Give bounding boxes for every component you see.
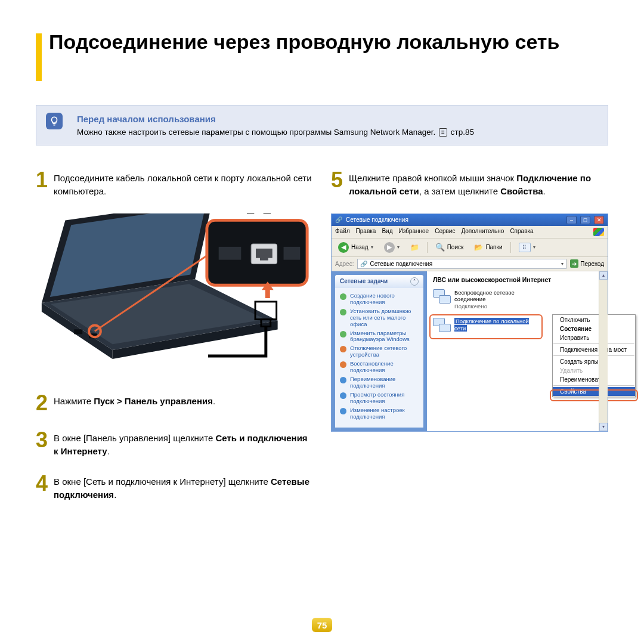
scroll-down-button[interactable]: ▾ [599,423,608,431]
minimize-button[interactable]: – [566,216,577,224]
wifi-label: Беспроводное сетевое соединение [454,289,537,303]
step-text: Щелкните правой кнопкой мыши значок Подк… [349,169,608,198]
side-task-item[interactable]: Отключение сетевого устройства [340,344,419,360]
task-label: Создание нового подключения [350,293,419,306]
window-title: Сетевые подключения [346,216,408,223]
side-task-item[interactable]: Создание нового подключения [340,292,419,307]
menu-tools[interactable]: Сервис [435,228,455,236]
side-task-item[interactable]: Установить домашнюю сеть или сеть малого… [340,307,419,329]
lightbulb-icon [46,113,63,129]
task-label: Отключение сетевого устройства [350,345,419,358]
side-task-item[interactable]: Восстановление подключения [340,360,419,375]
side-task-item[interactable]: Изменить параметры брандмауэра Windows [340,329,419,345]
title-accent [36,33,42,81]
forward-button[interactable]: ▶ ▾ [381,241,402,254]
step-1: 1 Подсоедините кабель локальной сети к п… [36,169,313,198]
task-label: Просмотр состояния подключения [350,392,419,405]
task-icon [340,392,346,399]
windows-logo-icon [593,228,604,236]
tip-body: Можно также настроить сетевые параметры … [77,128,596,137]
menu-file[interactable]: Файл [335,228,350,236]
step-text: Нажмите Пуск > Панель управления. [54,392,215,414]
ctx-bridge[interactable]: Подключения типа мост [553,345,635,354]
tip-box: Перед началом использования Можно также … [36,105,608,145]
task-icon [340,377,346,383]
step-4: 4 В окне [Сеть и подключения к Интернету… [36,473,313,501]
scrollbar[interactable]: ▴ ▾ [599,271,608,431]
side-panel-header[interactable]: Сетевые задачи ˄ [335,275,423,288]
category-header: ЛВС или высокоскоростной Интернет [433,276,602,284]
go-button[interactable]: ➔ Переход [570,259,604,268]
folder-up-icon: 📁 [410,243,419,252]
tip-title: Перед началом использования [77,114,596,124]
dropdown-icon[interactable]: ▾ [397,244,400,250]
connection-icon [433,289,451,305]
step-number: 5 [331,169,343,198]
menu-favorites[interactable]: Избранное [398,228,429,236]
folders-icon: 📂 [474,243,483,252]
page-number: 75 [312,618,332,632]
back-button[interactable]: ◀ Назад ▾ [335,241,376,254]
step-number: 2 [36,392,48,414]
window-titlebar[interactable]: 🔗 Сетевые подключения – □ ✕ [332,214,608,226]
wifi-status: Подключено [454,303,537,309]
collapse-icon[interactable]: ˄ [410,277,419,286]
address-label: Адрес: [335,261,354,267]
side-task-item[interactable]: Изменение настроек подключения [340,406,419,422]
tip-page-ref: стр.85 [451,128,474,137]
scroll-up-button[interactable]: ▴ [599,271,608,280]
screenshot-network-connections: 🔗 Сетевые подключения – □ ✕ Файл Правка … [331,213,608,432]
menubar[interactable]: Файл Правка Вид Избранное Сервис Дополни… [332,226,608,239]
side-task-item[interactable]: Просмотр состояния подключения [340,391,419,406]
menu-help[interactable]: Справка [510,228,533,236]
address-bar: Адрес: 🔗 Сетевые подключения ▾ ➔ Переход [332,257,608,271]
folders-button[interactable]: 📂 Папки [471,242,505,253]
search-button[interactable]: 🔍 Поиск [432,242,467,253]
step-2: 2 Нажмите Пуск > Панель управления. [36,392,313,414]
svg-rect-14 [284,247,301,260]
ctx-shortcut[interactable]: Создать ярлык [553,357,635,366]
ctx-disable[interactable]: Отключить [553,315,635,324]
step-3: 3 В окне [Панель управления] щелкните Се… [36,429,313,458]
menu-view[interactable]: Вид [382,228,392,236]
dropdown-icon[interactable]: ▾ [371,244,373,250]
step-number: 1 [36,169,48,198]
task-label: Переименование подключения [350,376,419,389]
view-button[interactable]: ⠿▾ [516,242,538,253]
svg-rect-13 [260,256,268,261]
window-icon: 🔗 [335,216,342,223]
menu-edit[interactable]: Правка [356,228,376,236]
go-icon: ➔ [570,259,578,268]
task-icon [340,309,346,315]
dropdown-icon[interactable]: ▾ [561,261,564,267]
menu-advanced[interactable]: Дополнительно [461,228,504,236]
close-button[interactable]: ✕ [594,216,604,224]
task-label: Восстановление подключения [350,361,419,374]
task-label: Изменение настроек подключения [350,407,419,420]
step-text: Подсоедините кабель локальной сети к пор… [54,169,313,198]
main-pane[interactable]: ЛВС или высокоскоростной Интернет Беспро… [427,271,608,431]
step-number: 3 [36,429,48,458]
task-label: Изменить параметры брандмауэра Windows [350,330,419,343]
ctx-status[interactable]: Состояние [553,324,635,333]
ctx-delete[interactable]: Удалить [553,366,635,375]
task-icon [340,408,346,414]
svg-rect-10 [219,247,242,260]
step-text: В окне [Сеть и подключения к Интернету] … [54,473,313,501]
page-ref-icon: ≡ [439,128,447,137]
wifi-connection[interactable]: Беспроводное сетевое соединение Подключе… [433,289,537,309]
address-input[interactable]: 🔗 Сетевые подключения ▾ [357,259,566,269]
view-icon: ⠿ [519,243,531,252]
ctx-rename[interactable]: Переименовать [553,375,635,384]
ctx-repair[interactable]: Исправить [553,333,635,342]
laptop-figure [36,213,313,380]
side-task-item[interactable]: Переименование подключения [340,375,419,391]
address-icon: 🔗 [360,261,367,267]
task-label: Установить домашнюю сеть или сеть малого… [350,308,419,328]
highlight-properties [550,389,638,401]
context-menu[interactable]: Отключить Состояние Исправить Подключени… [552,314,636,397]
maximize-button[interactable]: □ [580,216,590,224]
task-icon [340,293,346,300]
up-button[interactable]: 📁 [407,242,422,253]
step-number: 4 [36,473,48,501]
